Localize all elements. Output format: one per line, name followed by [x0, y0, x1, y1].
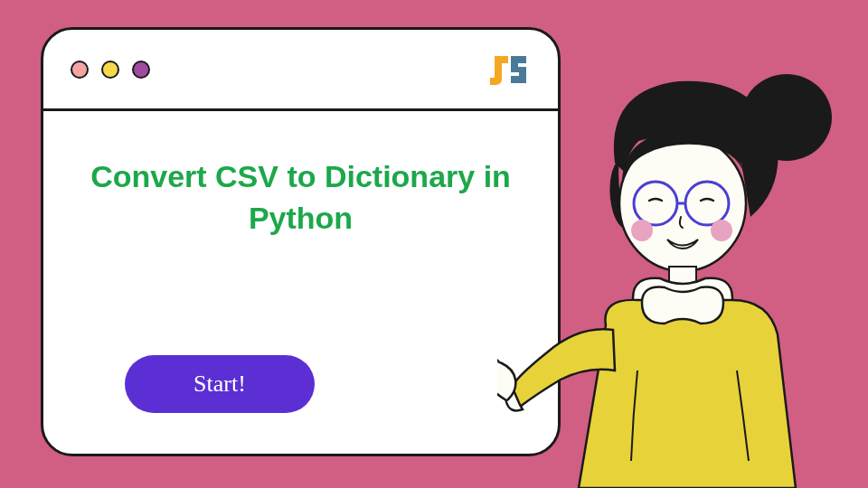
browser-window: Convert CSV to Dictionary in Python Star… [41, 27, 561, 456]
minimize-dot[interactable] [101, 61, 119, 79]
page-title: Convert CSV to Dictionary in Python [80, 156, 522, 239]
maximize-dot[interactable] [132, 61, 150, 79]
svg-point-6 [711, 220, 732, 241]
window-controls [71, 61, 150, 79]
character-illustration [497, 54, 859, 488]
start-button-label: Start! [193, 371, 246, 398]
close-dot[interactable] [71, 61, 89, 79]
titlebar [43, 30, 558, 111]
start-button[interactable]: Start! [125, 355, 315, 413]
svg-point-5 [631, 220, 653, 241]
content-area: Convert CSV to Dictionary in Python [43, 111, 558, 285]
